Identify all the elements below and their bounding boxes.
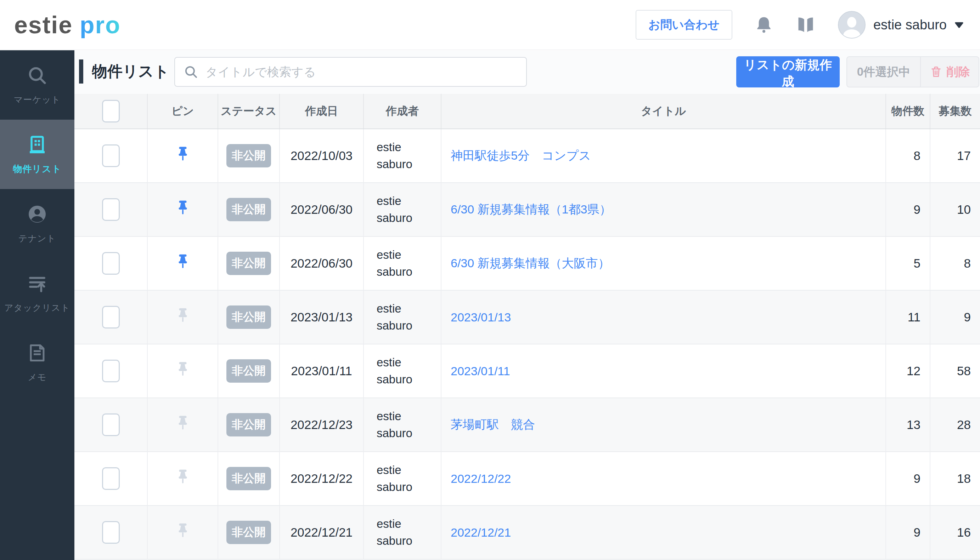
- row-checkbox-cell: [74, 506, 148, 560]
- row-title-link[interactable]: 神田駅徒歩5分 コンプス: [451, 148, 591, 164]
- search-box: [174, 57, 527, 87]
- row-title-link[interactable]: 2023/01/11: [451, 364, 510, 378]
- row-checkbox[interactable]: [102, 467, 120, 490]
- row-pin-cell: [148, 129, 218, 183]
- row-properties-cell: 5: [886, 237, 930, 291]
- pin-icon[interactable]: [176, 361, 190, 381]
- row-status-cell: 非公開: [218, 129, 280, 183]
- row-checkbox[interactable]: [102, 521, 120, 544]
- row-listings-cell: 58: [930, 345, 980, 398]
- search-input[interactable]: [205, 65, 526, 79]
- sidebar-item-attack-list[interactable]: アタックリスト: [0, 258, 74, 328]
- row-status-cell: 非公開: [218, 398, 280, 452]
- row-creator: estie saburo: [376, 408, 433, 442]
- docs-button[interactable]: [795, 15, 816, 34]
- select-all-cell: [74, 94, 148, 128]
- row-title-cell: 6/30 新規募集情報（大阪市）: [442, 237, 886, 291]
- row-checkbox[interactable]: [102, 252, 120, 275]
- status-badge: 非公開: [226, 359, 271, 383]
- row-listings-cell: 18: [930, 452, 980, 506]
- row-created-cell: 2022/12/22: [280, 452, 364, 506]
- row-creator: estie saburo: [376, 193, 433, 227]
- notifications-button[interactable]: [754, 15, 773, 34]
- row-listings-cell: 9: [930, 291, 980, 345]
- row-title-link[interactable]: 2023/01/13: [451, 310, 511, 324]
- row-title-link[interactable]: 2022/12/22: [451, 472, 511, 486]
- row-created-cell: 2022/06/30: [280, 237, 364, 291]
- row-checkbox-cell: [74, 291, 148, 345]
- row-checkbox-cell: [74, 452, 148, 506]
- row-properties-cell: 12: [886, 345, 930, 398]
- user-menu[interactable]: estie saburo: [838, 11, 964, 38]
- row-pin-cell: [148, 452, 218, 506]
- pin-icon[interactable]: [176, 146, 190, 166]
- title-accent-bar: [79, 60, 83, 83]
- row-title-link[interactable]: 6/30 新規募集情報（大阪市）: [451, 255, 610, 272]
- top-header-actions: お問い合わせ estie saburo: [635, 10, 964, 40]
- row-checkbox[interactable]: [102, 360, 120, 382]
- table-header: ピン ステータス 作成日 作成者 タイトル 物件数 募集数: [74, 94, 980, 129]
- row-created-cell: 2022/10/03: [280, 129, 364, 183]
- row-title-link[interactable]: 6/30 新規募集情報（1都3県）: [451, 202, 611, 218]
- row-creator-cell: estie saburo: [364, 237, 442, 291]
- pin-icon[interactable]: [176, 307, 190, 327]
- sidebar: マーケット 物件リスト テナント アタックリスト メモ: [0, 50, 74, 560]
- row-properties-cell: 8: [886, 129, 930, 183]
- pin-icon[interactable]: [176, 253, 190, 273]
- row-listings-cell: 8: [930, 237, 980, 291]
- column-header-listings: 募集数: [930, 94, 980, 128]
- row-creator-cell: estie saburo: [364, 345, 442, 398]
- pin-icon[interactable]: [176, 200, 190, 220]
- table-row: 非公開 2022/10/03 estie saburo 神田駅徒歩5分 コンプス…: [74, 129, 980, 183]
- row-checkbox[interactable]: [102, 198, 120, 221]
- bell-icon: [754, 15, 773, 34]
- sidebar-item-property-list[interactable]: 物件リスト: [0, 120, 74, 189]
- pin-icon[interactable]: [176, 415, 190, 435]
- delete-button-label: 削除: [947, 64, 970, 80]
- select-all-checkbox[interactable]: [102, 100, 120, 122]
- table-row: 非公開 2022/12/23 estie saburo 茅場町駅 競合 13 2…: [74, 398, 980, 452]
- row-created-cell: 2022/06/30: [280, 183, 364, 237]
- row-status-cell: 非公開: [218, 237, 280, 291]
- table-row: 非公開 2022/12/21 estie saburo 2022/12/21 9…: [74, 506, 980, 560]
- row-pin-cell: [148, 183, 218, 237]
- sidebar-item-memo[interactable]: メモ: [0, 328, 74, 397]
- row-title-link[interactable]: 茅場町駅 競合: [451, 417, 535, 433]
- memo-icon: [27, 342, 48, 363]
- row-title-link[interactable]: 2022/12/21: [451, 526, 511, 540]
- sidebar-item-market[interactable]: マーケット: [0, 50, 74, 120]
- row-title-cell: 2023/01/13: [442, 291, 886, 345]
- status-badge: 非公開: [226, 252, 271, 275]
- row-status-cell: 非公開: [218, 452, 280, 506]
- status-badge: 非公開: [226, 144, 271, 167]
- row-creator: estie saburo: [376, 462, 433, 495]
- row-pin-cell: [148, 291, 218, 345]
- row-pin-cell: [148, 237, 218, 291]
- create-list-button[interactable]: リストの新規作成: [736, 56, 840, 87]
- delete-button[interactable]: 削除: [920, 57, 978, 87]
- row-status-cell: 非公開: [218, 506, 280, 560]
- row-title-cell: 6/30 新規募集情報（1都3県）: [442, 183, 886, 237]
- building-icon: [27, 134, 48, 155]
- sidebar-item-label: マーケット: [14, 94, 60, 105]
- row-properties-cell: 13: [886, 398, 930, 452]
- row-creator: estie saburo: [376, 354, 433, 388]
- row-creator: estie saburo: [376, 247, 433, 280]
- row-creator: estie saburo: [376, 139, 433, 173]
- row-checkbox[interactable]: [102, 413, 120, 436]
- row-creator-cell: estie saburo: [364, 506, 442, 560]
- row-properties-cell: 9: [886, 183, 930, 237]
- contact-button[interactable]: お問い合わせ: [635, 10, 732, 40]
- top-header: estie pro お問い合わせ estie saburo: [0, 0, 980, 50]
- table-row: 非公開 2022/06/30 estie saburo 6/30 新規募集情報（…: [74, 183, 980, 237]
- app-logo[interactable]: estie pro: [14, 11, 121, 38]
- row-checkbox[interactable]: [102, 145, 120, 167]
- pin-icon[interactable]: [176, 469, 190, 488]
- column-header-status: ステータス: [218, 94, 280, 128]
- sidebar-item-tenant[interactable]: テナント: [0, 189, 74, 258]
- row-creator-cell: estie saburo: [364, 291, 442, 345]
- row-checkbox[interactable]: [102, 306, 120, 328]
- table-row: 非公開 2023/01/13 estie saburo 2023/01/13 1…: [74, 291, 980, 345]
- pin-icon[interactable]: [176, 522, 190, 542]
- sidebar-item-label: 物件リスト: [13, 163, 62, 175]
